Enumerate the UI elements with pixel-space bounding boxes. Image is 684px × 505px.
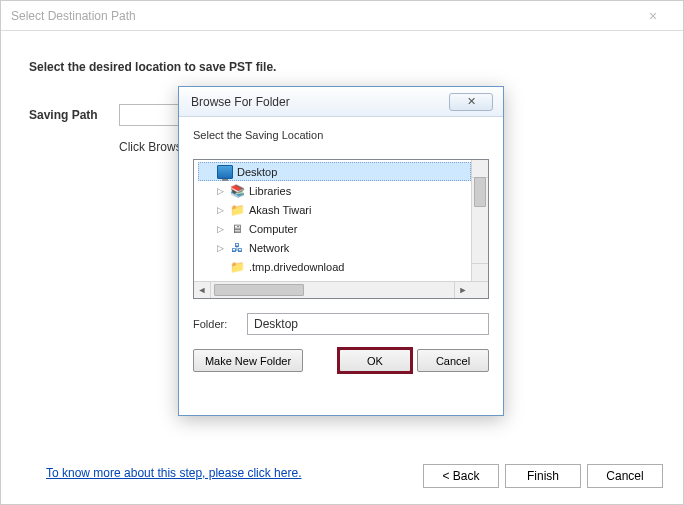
tree-item[interactable]: 📁.tmp.drivedownload xyxy=(198,257,471,276)
tree-item[interactable]: Desktop xyxy=(198,162,471,181)
finish-button[interactable]: Finish xyxy=(505,464,581,488)
tree-item-label: Network xyxy=(249,242,289,254)
folder-tree[interactable]: Desktop▷📚Libraries▷📁Akash Tiwari▷🖥Comput… xyxy=(198,162,471,281)
tree-item[interactable]: ▷📁Akash Tiwari xyxy=(198,200,471,219)
folder-tree-container: Desktop▷📚Libraries▷📁Akash Tiwari▷🖥Comput… xyxy=(193,159,489,299)
dialog-instruction: Select the Saving Location xyxy=(193,129,489,141)
scroll-right-arrow-icon[interactable]: ► xyxy=(454,282,471,298)
folder-input-row: Folder: xyxy=(193,313,489,335)
saving-path-label: Saving Path xyxy=(29,108,119,122)
make-new-folder-button[interactable]: Make New Folder xyxy=(193,349,303,372)
vertical-scrollbar[interactable] xyxy=(471,160,488,281)
vertical-scroll-thumb[interactable] xyxy=(474,177,486,207)
user-folder-icon: 📁 xyxy=(229,202,245,218)
dialog-body: Select the Saving Location Desktop▷📚Libr… xyxy=(179,117,503,382)
browse-for-folder-dialog: Browse For Folder ✕ Select the Saving Lo… xyxy=(178,86,504,416)
dialog-cancel-button[interactable]: Cancel xyxy=(417,349,489,372)
cancel-button[interactable]: Cancel xyxy=(587,464,663,488)
expand-collapse-icon[interactable]: ▷ xyxy=(216,243,225,252)
expand-collapse-icon[interactable]: ▷ xyxy=(216,224,225,233)
computer-icon: 🖥 xyxy=(229,221,245,237)
tree-item-label: Desktop xyxy=(237,166,277,178)
scroll-left-arrow-icon[interactable]: ◄ xyxy=(194,282,211,298)
folder-label: Folder: xyxy=(193,318,237,330)
page-instruction: Select the desired location to save PST … xyxy=(29,60,655,74)
folder-icon: 📁 xyxy=(229,259,245,275)
network-icon: 🖧 xyxy=(229,240,245,256)
close-icon: ✕ xyxy=(467,95,476,108)
learn-more-link[interactable]: To know more about this step, please cli… xyxy=(46,466,301,480)
dialog-close-button[interactable]: ✕ xyxy=(449,93,493,111)
window-title: Select Destination Path xyxy=(11,9,633,23)
tree-item[interactable]: ▷🖥Computer xyxy=(198,219,471,238)
tree-item-label: Computer xyxy=(249,223,297,235)
tree-item[interactable]: ▷🖧Network xyxy=(198,238,471,257)
dialog-title: Browse For Folder xyxy=(191,95,449,109)
tree-item[interactable]: ▷📚Libraries xyxy=(198,181,471,200)
desktop-icon xyxy=(217,164,233,180)
tree-item-label: .tmp.drivedownload xyxy=(249,261,344,273)
window-close-button[interactable]: × xyxy=(633,8,673,24)
expand-collapse-icon[interactable]: ▷ xyxy=(216,205,225,214)
tree-item-label: Libraries xyxy=(249,185,291,197)
expand-collapse-icon[interactable]: ▷ xyxy=(216,186,225,195)
dialog-button-row: Make New Folder OK Cancel xyxy=(193,349,489,372)
ok-button[interactable]: OK xyxy=(339,349,411,372)
folder-name-input[interactable] xyxy=(247,313,489,335)
libraries-icon: 📚 xyxy=(229,183,245,199)
horizontal-scroll-thumb[interactable] xyxy=(214,284,304,296)
wizard-buttons: < Back Finish Cancel xyxy=(423,464,663,488)
back-button[interactable]: < Back xyxy=(423,464,499,488)
window-titlebar: Select Destination Path × xyxy=(1,1,683,31)
horizontal-scrollbar[interactable]: ◄ ► xyxy=(194,281,488,298)
tree-item-label: Akash Tiwari xyxy=(249,204,311,216)
dialog-titlebar: Browse For Folder ✕ xyxy=(179,87,503,117)
